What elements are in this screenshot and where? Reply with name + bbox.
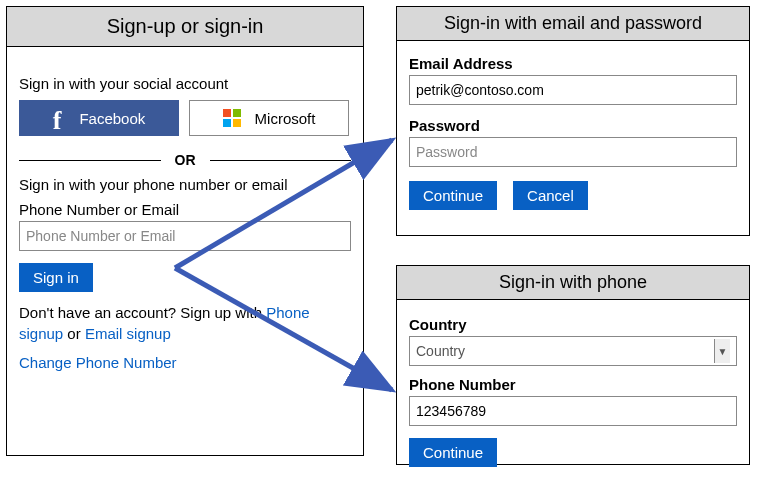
change-phone-link[interactable]: Change Phone Number bbox=[19, 354, 351, 371]
password-input[interactable] bbox=[409, 137, 737, 167]
svg-rect-0 bbox=[223, 109, 231, 117]
phone-email-input[interactable] bbox=[19, 221, 351, 251]
phone-input[interactable] bbox=[409, 396, 737, 426]
cancel-button[interactable]: Cancel bbox=[513, 181, 588, 210]
microsoft-icon bbox=[223, 109, 241, 127]
panel-title: Sign-in with phone bbox=[397, 266, 749, 300]
facebook-icon: f bbox=[53, 106, 62, 136]
social-heading: Sign in with your social account bbox=[19, 75, 351, 92]
email-signup-link[interactable]: Email signup bbox=[85, 325, 171, 342]
svg-rect-2 bbox=[223, 119, 231, 127]
chevron-down-icon: ▼ bbox=[714, 339, 730, 363]
continue-button[interactable]: Continue bbox=[409, 181, 497, 210]
signin-email-panel: Sign-in with email and password Email Ad… bbox=[396, 6, 750, 236]
phone-email-label: Phone Number or Email bbox=[19, 201, 351, 218]
panel-title: Sign-up or sign-in bbox=[7, 7, 363, 47]
phone-label: Phone Number bbox=[409, 376, 737, 393]
facebook-button[interactable]: f Facebook bbox=[19, 100, 179, 136]
phone-email-heading: Sign in with your phone number or email bbox=[19, 176, 351, 193]
country-select[interactable]: Country ▼ bbox=[409, 336, 737, 366]
svg-rect-3 bbox=[233, 119, 241, 127]
country-selected: Country bbox=[416, 343, 465, 359]
microsoft-button[interactable]: Microsoft bbox=[189, 100, 349, 136]
svg-rect-1 bbox=[233, 109, 241, 117]
country-label: Country bbox=[409, 316, 737, 333]
password-label: Password bbox=[409, 117, 737, 134]
email-label: Email Address bbox=[409, 55, 737, 72]
or-divider: OR bbox=[19, 152, 351, 168]
microsoft-label: Microsoft bbox=[255, 110, 316, 127]
email-input[interactable] bbox=[409, 75, 737, 105]
continue-button[interactable]: Continue bbox=[409, 438, 497, 467]
signin-button[interactable]: Sign in bbox=[19, 263, 93, 292]
signin-phone-panel: Sign-in with phone Country Country ▼ Pho… bbox=[396, 265, 750, 465]
signup-signin-panel: Sign-up or sign-in Sign in with your soc… bbox=[6, 6, 364, 456]
panel-title: Sign-in with email and password bbox=[397, 7, 749, 41]
facebook-label: Facebook bbox=[79, 110, 145, 127]
signup-prefix: Don't have an account? Sign up with bbox=[19, 304, 266, 321]
signup-text: Don't have an account? Sign up with Phon… bbox=[19, 302, 351, 344]
signup-mid: or bbox=[63, 325, 85, 342]
or-label: OR bbox=[161, 152, 210, 168]
